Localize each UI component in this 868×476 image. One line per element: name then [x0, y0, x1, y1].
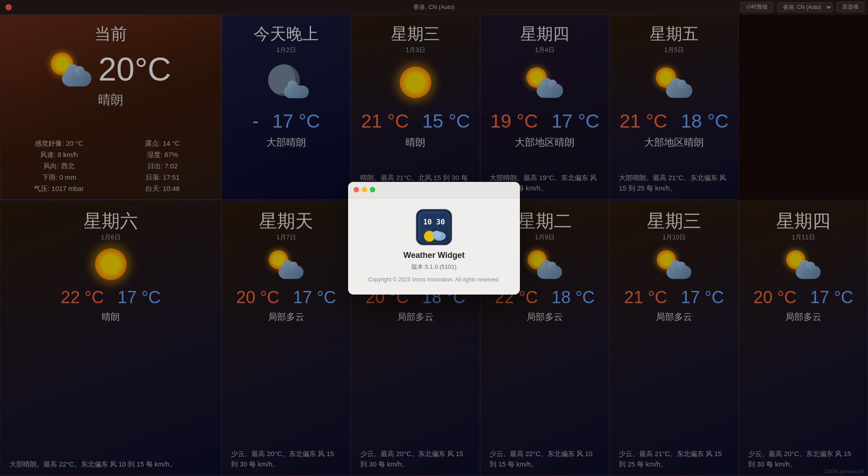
svg-text:10  30: 10 30 [423, 218, 445, 226]
app-icon-svg: 10 30 [417, 210, 451, 244]
dialog-copyright: Copyright © 2023 Voros Innovation. All r… [368, 276, 500, 284]
dialog-close-button[interactable] [354, 187, 359, 192]
dialog-app-name: Weather Widget [403, 251, 465, 260]
dialog-maximize-button[interactable] [370, 187, 375, 192]
about-dialog: 10 30 Weather Widget 版本 5.1.0 (5101) Cop… [348, 182, 520, 295]
dialog-minimize-button[interactable] [362, 187, 367, 192]
dialog-body: 10 30 Weather Widget 版本 5.1.0 (5101) Cop… [348, 198, 520, 284]
dialog-version: 版本 5.1.0 (5101) [411, 263, 457, 271]
dialog-titlebar [348, 182, 520, 198]
dialog-overlay: 10 30 Weather Widget 版本 5.1.0 (5101) Cop… [0, 0, 868, 476]
app-icon: 10 30 [416, 209, 452, 245]
svg-point-6 [432, 231, 441, 238]
